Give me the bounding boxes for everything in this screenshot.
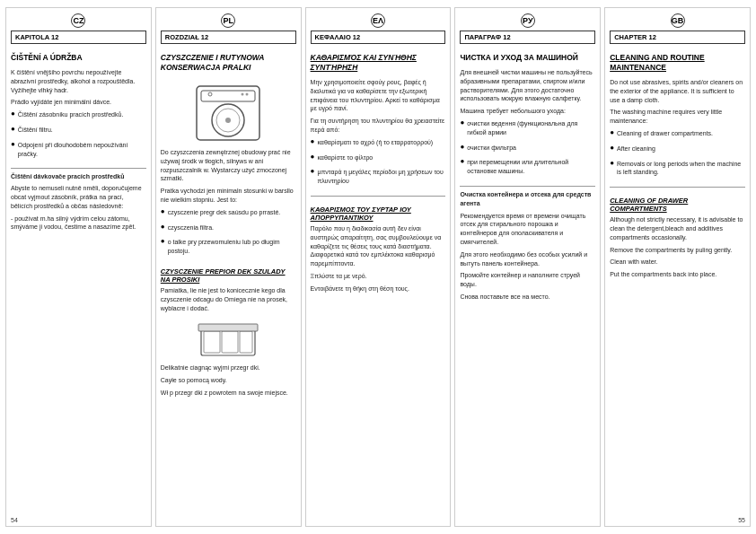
bullet-dot: ● — [161, 223, 165, 231]
divider-el — [311, 196, 446, 197]
bullet-text-cz-2: Čištění filtru. — [18, 126, 53, 135]
bullet-dot: ● — [311, 153, 315, 161]
svg-rect-9 — [204, 331, 220, 353]
bullet-text-pl-1: czysczenie pregr dek saúsdu po prrasté. — [168, 208, 281, 217]
body-text-cz-1: K čištění vnějšího povrchu nepoužívejte … — [11, 68, 146, 94]
body-text-pl-2: Pratka vychodzi jen minimaln stosunki w … — [161, 187, 296, 205]
body-text-ru-2: Машина требует небольшого ухода: — [460, 107, 595, 116]
bullet-text-cz-3: Odpojení při dlouhodobém nepoužívání pra… — [18, 141, 146, 159]
svg-point-7 — [246, 93, 249, 96]
body-text-gb-4: Remove the compartments by puling gently… — [610, 246, 745, 255]
bullet-el-3: ● μπνταρά η μεγάλες περίοδοι μη χρήσεων … — [311, 168, 446, 189]
bullet-dot: ● — [460, 157, 464, 165]
body-text-el-2: Για τη συντήρηση του πλυντηρίου θα χρεια… — [311, 117, 446, 135]
bullet-text-el-2: καθαρίστε το φίλτρο — [317, 153, 373, 162]
body-text-ru-3: Рекомендуется время от времени очищать о… — [460, 212, 595, 247]
body-text-cz-3: Abyste to nemuseli nutně nměli, doporuču… — [11, 184, 146, 210]
chapter-label-el: ΚΕΦΑΛΑΙΟ 12 — [311, 31, 446, 44]
bullet-gb-1: ● Cleaning of drawer compartments. — [610, 129, 745, 142]
body-text-pl-3: Pamiatka, lie nie jest to konicecznie ke… — [161, 286, 296, 312]
section-title-el: ΚΑΘΑΡΙΣΜΟΣ ΤΟΥ ΣΥΡΤΑΡ ΙΟΥ ΑΠΟΡΡΥΠΑΝΤΙΚΟΥ — [311, 206, 446, 222]
section-heading-cz: Čištění dávkovače pracích prostředků — [11, 172, 146, 181]
bullet-gb-2: ● After cleaning — [610, 144, 745, 157]
svg-point-4 — [225, 118, 231, 123]
bullet-dot: ● — [610, 128, 614, 136]
bullet-text-cz-1: Čištění zásobníku pracích prostředků. — [18, 110, 124, 119]
col4-header: РУ ПАРАГРАФ 12 — [460, 13, 595, 48]
bullet-text-pl-3: o talke pry przewomuleniu lub po długim … — [168, 238, 296, 256]
divider-gb — [610, 187, 745, 188]
body-text-cz-4: - používat m.ha silný výdrím celou zátom… — [11, 214, 146, 232]
page-number-left: 54 — [11, 517, 18, 523]
bullet-dot: ● — [161, 237, 165, 245]
svg-point-5 — [208, 92, 212, 96]
svg-rect-12 — [198, 324, 258, 331]
section-title-gb: CLEANING OF DRAWER COMPARTMENTS — [610, 197, 745, 213]
body-text-gb-2: The washing machine requires very little… — [610, 108, 745, 126]
bullet-dot: ● — [11, 140, 15, 148]
bullet-dot: ● — [161, 207, 165, 215]
lang-icon-el: ΕΛ — [371, 13, 385, 28]
body-text-el-5: Εντοιβάνετε τη θήκη στη θέση τους. — [311, 285, 446, 293]
bullet-dot: ● — [460, 118, 464, 127]
col5-header: GB CHAPTER 12 — [610, 13, 745, 48]
body-text-el-3: Παρόλο που η διαδικασία αυτή δεν είναι α… — [311, 224, 446, 268]
bullet-dot: ● — [311, 137, 315, 145]
section-heading-ru: Очистка контейнера и отсека для средств … — [460, 190, 595, 208]
body-text-pl-1: Do czyszczenia zewnętrznej obudowy prać … — [161, 148, 296, 183]
lang-icon-ru: РУ — [521, 13, 535, 28]
chapter-title-cz: ČIŠTĚNÍ A ÚDRŽBA — [11, 53, 146, 63]
body-text-el-1: Μην χρησιμοποιείτε σφούγ ρους, βαφές ή δ… — [311, 78, 446, 113]
body-text-pl-5: Cayłe so pomocą wody. — [161, 376, 296, 385]
chapter-label-gb: CHAPTER 12 — [610, 31, 745, 44]
bullet-el-1: ● καθαρίσματι το αχρό (ή το εταρρατορρού… — [311, 138, 446, 151]
body-text-gb-3: Although not strictly necessary, it is a… — [610, 215, 745, 241]
bullet-text-ru-3: при перемещении или длительной остановке… — [467, 158, 595, 176]
drawer-svg — [197, 320, 259, 360]
bullet-text-el-3: μπνταρά η μεγάλες περίοδοι μη χρήσεων το… — [317, 168, 445, 186]
bullet-text-gb-1: Cleaning of drawer compartments. — [617, 129, 713, 138]
chapter-label-ru: ПАРАГРАФ 12 — [460, 31, 595, 44]
body-text-ru-5: Промойте контейнер и наполните струей во… — [460, 271, 595, 289]
body-text-ru-1: Для внешней чистки машины не пользуйтесь… — [460, 68, 595, 103]
bullet-dot: ● — [11, 125, 15, 133]
body-text-gb-1: Do not use abrasives, spirits and/or cle… — [610, 78, 745, 104]
svg-rect-10 — [222, 331, 238, 353]
body-text-cz-2: Prádlo vyjídáte jen minimální dávce. — [11, 98, 146, 107]
bullet-text-ru-2: очистки фильтра — [467, 144, 516, 153]
chapter-title-el: Καθαρισμός και συνήθης συντήρηση — [311, 53, 446, 73]
col2-header: PL ROZDZIAŁ 12 — [161, 13, 296, 48]
page-number-right: 55 — [738, 517, 745, 523]
chapter-label-pl: ROZDZIAŁ 12 — [161, 31, 296, 44]
column-russian: РУ ПАРАГРАФ 12 ЧИСТКА И УХОД ЗА МАШИНОЙ … — [454, 7, 601, 527]
lang-icon-cz: CZ — [71, 13, 85, 28]
bullet-ru-2: ● очистки фильтра — [460, 144, 595, 156]
divider-cz-1 — [11, 168, 146, 169]
bullet-text-el-1: καθαρίσματι το αχρό (ή το εταρρατορρού) — [317, 138, 433, 147]
column-polish: PL ROZDZIAŁ 12 CZYSZCZENIE I RUTYNOWA KO… — [155, 7, 302, 527]
lang-icon-pl: PL — [221, 13, 235, 28]
bullet-pl-1: ● czysczenie pregr dek saúsdu po prrasté… — [161, 208, 296, 221]
bullet-dot: ● — [311, 167, 315, 175]
bullet-pl-2: ● czysczenia filtra. — [161, 223, 296, 236]
body-text-ru-6: Снова поставьте все на место. — [460, 293, 595, 302]
bullet-text-ru-1: очистки ведення (функциональна для гибко… — [467, 119, 595, 137]
section-title-pl: CZYSCZENIE PREPIOR DEK SZULADY NA PROSIK… — [161, 267, 296, 284]
bullet-dot: ● — [460, 143, 464, 151]
chapter-title-gb: CLEANING AND ROUTINE MAINTENANCE — [610, 53, 745, 73]
bullet-dot: ● — [610, 159, 614, 167]
chapter-label-cz: KAPITOLA 12 — [11, 31, 146, 44]
bullet-ru-3: ● при перемещении или длительной останов… — [460, 158, 595, 179]
svg-rect-11 — [240, 331, 252, 353]
page-container: CZ KAPITOLA 12 ČIŠTĚNÍ A ÚDRŽBA K čištěn… — [0, 0, 756, 534]
body-text-gb-5: Clean with water. — [610, 258, 745, 267]
bullet-cz-2: ● Čištění filtru. — [11, 126, 146, 138]
col3-header: ΕΛ ΚΕΦΑΛΑΙΟ 12 — [311, 13, 446, 48]
col1-header: CZ KAPITOLA 12 — [11, 13, 146, 48]
bullet-ru-1: ● очистки ведення (функциональна для гиб… — [460, 119, 595, 141]
body-text-gb-6: Put the compartments back into place. — [610, 270, 745, 279]
body-text-el-4: Ξπλύστε τα με νερό. — [311, 272, 446, 281]
bullet-cz-1: ● Čištění zásobníku pracích prostředků. — [11, 110, 146, 123]
bullet-dot: ● — [610, 144, 614, 152]
column-english: GB CHAPTER 12 CLEANING AND ROUTINE MAINT… — [604, 7, 751, 527]
